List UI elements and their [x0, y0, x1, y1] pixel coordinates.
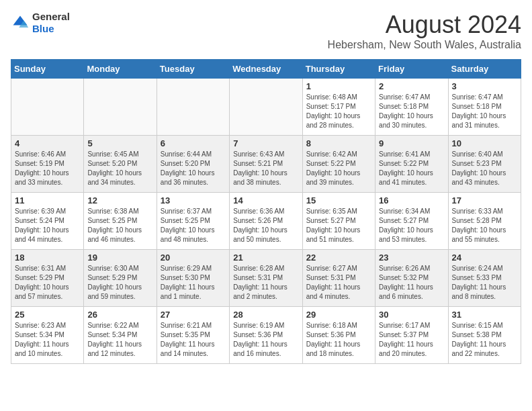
daylight-label: Daylight: 11 hours and 2 minutes. — [233, 283, 287, 300]
daylight-label: Daylight: 10 hours and 31 minutes. — [452, 112, 506, 129]
sunrise-label: Sunrise: 6:43 AM — [233, 150, 284, 158]
sunset-label: Sunset: 5:21 PM — [233, 160, 283, 167]
location-title: Hebersham, New South Wales, Australia — [328, 39, 521, 51]
sunrise-label: Sunrise: 6:40 AM — [452, 150, 503, 158]
calendar-cell: 13Sunrise: 6:37 AMSunset: 5:25 PMDayligh… — [157, 193, 229, 250]
day-number: 17 — [452, 195, 517, 205]
sunset-label: Sunset: 5:27 PM — [306, 217, 356, 224]
day-detail: Sunrise: 6:36 AMSunset: 5:26 PMDaylight:… — [233, 207, 298, 244]
day-detail: Sunrise: 6:15 AMSunset: 5:38 PMDaylight:… — [452, 321, 517, 359]
sunrise-label: Sunrise: 6:31 AM — [15, 265, 66, 272]
sunset-label: Sunset: 5:33 PM — [452, 274, 502, 281]
daylight-label: Daylight: 10 hours and 33 minutes. — [15, 169, 69, 186]
daylight-label: Daylight: 10 hours and 50 minutes. — [233, 226, 287, 243]
title-block: August 2024 Hebersham, New South Wales, … — [328, 11, 521, 51]
daylight-label: Daylight: 11 hours and 1 minute. — [161, 283, 215, 300]
calendar-cell: 5Sunrise: 6:45 AMSunset: 5:20 PMDaylight… — [84, 136, 157, 193]
calendar-cell — [84, 79, 157, 136]
sunset-label: Sunset: 5:17 PM — [306, 103, 356, 110]
day-detail: Sunrise: 6:26 AMSunset: 5:32 PMDaylight:… — [379, 264, 444, 302]
sunrise-label: Sunrise: 6:34 AM — [379, 208, 430, 215]
daylight-label: Daylight: 11 hours and 22 minutes. — [452, 340, 506, 357]
sunset-label: Sunset: 5:24 PM — [15, 217, 64, 224]
daylight-label: Daylight: 10 hours and 41 minutes. — [379, 169, 433, 186]
daylight-label: Daylight: 10 hours and 34 minutes. — [87, 169, 142, 186]
calendar-cell: 25Sunrise: 6:23 AMSunset: 5:34 PMDayligh… — [11, 307, 84, 364]
sunrise-label: Sunrise: 6:27 AM — [306, 265, 357, 272]
day-detail: Sunrise: 6:17 AMSunset: 5:37 PMDaylight:… — [379, 321, 444, 359]
month-title: August 2024 — [328, 11, 521, 39]
day-detail: Sunrise: 6:30 AMSunset: 5:29 PMDaylight:… — [87, 264, 152, 302]
sunrise-label: Sunrise: 6:35 AM — [306, 208, 357, 215]
day-number: 12 — [87, 195, 152, 205]
sunrise-label: Sunrise: 6:15 AM — [452, 322, 503, 329]
day-detail: Sunrise: 6:29 AMSunset: 5:30 PMDaylight:… — [161, 264, 226, 302]
sunset-label: Sunset: 5:19 PM — [15, 160, 64, 167]
weekday-header-friday: Friday — [375, 60, 448, 79]
sunset-label: Sunset: 5:23 PM — [452, 160, 502, 167]
sunset-label: Sunset: 5:31 PM — [233, 274, 283, 281]
sunset-label: Sunset: 5:18 PM — [452, 103, 502, 110]
sunrise-label: Sunrise: 6:47 AM — [452, 93, 503, 101]
day-detail: Sunrise: 6:45 AMSunset: 5:20 PMDaylight:… — [87, 150, 152, 187]
day-detail: Sunrise: 6:47 AMSunset: 5:18 PMDaylight:… — [452, 93, 517, 130]
weekday-header-tuesday: Tuesday — [157, 60, 229, 79]
sunset-label: Sunset: 5:28 PM — [452, 217, 502, 224]
sunrise-label: Sunrise: 6:47 AM — [379, 93, 430, 101]
day-number: 20 — [161, 253, 226, 263]
calendar-week-1: 1Sunrise: 6:48 AMSunset: 5:17 PMDaylight… — [11, 79, 521, 136]
day-number: 10 — [452, 138, 517, 148]
calendar-cell: 2Sunrise: 6:47 AMSunset: 5:18 PMDaylight… — [375, 79, 448, 136]
sunset-label: Sunset: 5:36 PM — [233, 331, 283, 338]
daylight-label: Daylight: 10 hours and 53 minutes. — [379, 226, 433, 243]
calendar-cell: 27Sunrise: 6:21 AMSunset: 5:35 PMDayligh… — [157, 307, 229, 364]
calendar-week-4: 18Sunrise: 6:31 AMSunset: 5:29 PMDayligh… — [11, 250, 521, 307]
day-detail: Sunrise: 6:47 AMSunset: 5:18 PMDaylight:… — [379, 93, 444, 130]
sunrise-label: Sunrise: 6:23 AM — [15, 322, 66, 329]
sunset-label: Sunset: 5:36 PM — [306, 331, 356, 338]
day-detail: Sunrise: 6:41 AMSunset: 5:22 PMDaylight:… — [379, 150, 444, 187]
day-number: 30 — [379, 310, 444, 320]
daylight-label: Daylight: 11 hours and 10 minutes. — [15, 340, 69, 357]
sunset-label: Sunset: 5:35 PM — [161, 331, 210, 338]
day-number: 24 — [452, 253, 517, 263]
sunrise-label: Sunrise: 6:42 AM — [306, 150, 357, 158]
day-detail: Sunrise: 6:48 AMSunset: 5:17 PMDaylight:… — [306, 93, 371, 130]
daylight-label: Daylight: 10 hours and 30 minutes. — [379, 112, 433, 129]
sunset-label: Sunset: 5:29 PM — [15, 274, 64, 281]
day-number: 5 — [87, 138, 152, 148]
calendar-cell: 19Sunrise: 6:30 AMSunset: 5:29 PMDayligh… — [84, 250, 157, 307]
logo-general: General — [32, 11, 70, 22]
sunrise-label: Sunrise: 6:17 AM — [379, 322, 430, 329]
day-detail: Sunrise: 6:46 AMSunset: 5:19 PMDaylight:… — [15, 150, 80, 187]
day-number: 1 — [306, 81, 371, 91]
day-detail: Sunrise: 6:19 AMSunset: 5:36 PMDaylight:… — [233, 321, 298, 359]
sunset-label: Sunset: 5:32 PM — [379, 274, 429, 281]
calendar-cell: 3Sunrise: 6:47 AMSunset: 5:18 PMDaylight… — [448, 79, 521, 136]
calendar-cell: 22Sunrise: 6:27 AMSunset: 5:31 PMDayligh… — [302, 250, 375, 307]
daylight-label: Daylight: 10 hours and 57 minutes. — [15, 283, 69, 300]
day-number: 8 — [306, 138, 371, 148]
day-number: 9 — [379, 138, 444, 148]
day-number: 19 — [87, 253, 152, 263]
logo-blue: Blue — [32, 23, 54, 34]
calendar-cell: 17Sunrise: 6:33 AMSunset: 5:28 PMDayligh… — [448, 193, 521, 250]
daylight-label: Daylight: 10 hours and 43 minutes. — [452, 169, 506, 186]
sunset-label: Sunset: 5:25 PM — [161, 217, 210, 224]
sunset-label: Sunset: 5:26 PM — [233, 217, 283, 224]
sunrise-label: Sunrise: 6:22 AM — [87, 322, 138, 329]
calendar-cell: 6Sunrise: 6:44 AMSunset: 5:20 PMDaylight… — [157, 136, 229, 193]
day-number: 25 — [15, 310, 80, 320]
sunset-label: Sunset: 5:22 PM — [306, 160, 356, 167]
daylight-label: Daylight: 10 hours and 44 minutes. — [15, 226, 69, 243]
day-detail: Sunrise: 6:38 AMSunset: 5:25 PMDaylight:… — [87, 207, 152, 244]
daylight-label: Daylight: 11 hours and 16 minutes. — [233, 340, 287, 357]
sunset-label: Sunset: 5:22 PM — [379, 160, 429, 167]
daylight-label: Daylight: 11 hours and 12 minutes. — [87, 340, 142, 357]
daylight-label: Daylight: 11 hours and 4 minutes. — [306, 283, 361, 300]
day-detail: Sunrise: 6:27 AMSunset: 5:31 PMDaylight:… — [306, 264, 371, 302]
sunrise-label: Sunrise: 6:46 AM — [15, 150, 66, 158]
sunrise-label: Sunrise: 6:18 AM — [306, 322, 357, 329]
day-number: 7 — [233, 138, 298, 148]
calendar-cell: 24Sunrise: 6:24 AMSunset: 5:33 PMDayligh… — [448, 250, 521, 307]
